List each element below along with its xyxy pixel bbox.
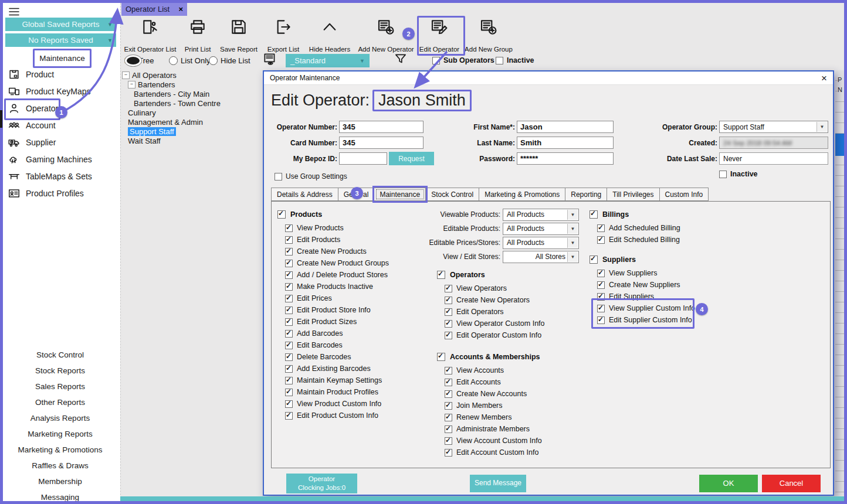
view-operators-checkbox[interactable]: View Operators [445, 282, 545, 294]
sidebar-item-product[interactable]: Product [0, 66, 120, 83]
inactive-checkbox[interactable]: Inactive [496, 56, 534, 64]
tree-item-bartenders-city-main[interactable]: Bartenders - City Main [134, 89, 209, 98]
tree-item-culinary[interactable]: Culinary [128, 108, 156, 117]
view-accounts-checkbox[interactable]: View Accounts [445, 365, 542, 376]
tab-marketing-promotions[interactable]: Marketing & Promotions [479, 188, 565, 201]
edit-operators-checkbox[interactable]: Edit Operators [445, 306, 545, 318]
tree-item-bartenders[interactable]: −Bartenders [128, 80, 175, 89]
radio-full-tree[interactable]: Full Tree [124, 56, 154, 65]
view-suppliers-checkbox[interactable]: View Suppliers [597, 267, 695, 279]
viewable-products-select[interactable]: All Products▼ [503, 209, 579, 221]
view-product-custom-info-checkbox[interactable]: View Product Custom Info [285, 398, 389, 410]
billings-group-checkbox[interactable]: Billings [589, 208, 680, 221]
administrate-members-checkbox[interactable]: Administrate Members [445, 423, 542, 435]
password-field[interactable] [517, 152, 614, 165]
create-new-operators-checkbox[interactable]: Create New Operators [445, 294, 545, 306]
global-saved-reports-dropdown[interactable]: Global Saved Reports ▼ [5, 18, 116, 31]
radio-hide-list[interactable]: Hide List [209, 56, 250, 65]
create-new-products-checkbox[interactable]: Create New Products [285, 246, 389, 257]
request-button[interactable]: Request [389, 152, 434, 165]
add-delete-product-stores-checkbox[interactable]: Add / Delete Product Stores [285, 269, 389, 281]
hide-headers-button[interactable]: Hide Headers [305, 18, 354, 53]
edit-products-checkbox[interactable]: Edit Products [285, 234, 389, 246]
create-new-accounts-checkbox[interactable]: Create New Accounts [445, 388, 542, 400]
sidebar-item-supplier[interactable]: Supplier [0, 134, 120, 151]
operator-clocking-jobs-button[interactable]: Operator Clocking Jobs:0 [286, 474, 357, 493]
make-products-inactive-checkbox[interactable]: Make Products Inactive [285, 281, 389, 292]
sidebar-item-messaging[interactable]: Messaging [0, 489, 120, 504]
add-existing-barcodes-checkbox[interactable]: Add Existing Barcodes [285, 363, 389, 374]
tree-item-management-admin[interactable]: Management & Admin [128, 117, 203, 127]
tab-till-privileges[interactable]: Till Privileges [607, 188, 659, 201]
edit-product-store-info-checkbox[interactable]: Edit Product Store Info [285, 304, 389, 316]
delete-barcodes-checkbox[interactable]: Delete Barcodes [285, 351, 389, 363]
view-operator-custom-info-checkbox[interactable]: View Operator Custom Info [445, 318, 545, 329]
exit-operator-list-button[interactable]: Exit Operator List [123, 18, 177, 53]
sidebar-item-raffles-draws[interactable]: Raffles & Draws [0, 458, 120, 474]
no-reports-saved-dropdown[interactable]: No Reports Saved ▼ [5, 33, 116, 47]
edit-operator-custom-info-checkbox[interactable]: Edit Operator Custom Info [445, 329, 545, 341]
products-group-checkbox[interactable]: Products [277, 208, 389, 221]
export-list-button[interactable]: Export List [263, 18, 304, 53]
tab-maintenance[interactable]: Maintenance [374, 188, 426, 201]
edit-accounts-checkbox[interactable]: Edit Accounts [445, 376, 542, 388]
view-supplier-custom-info-checkbox[interactable]: View Supplier Custom Info [597, 302, 695, 314]
tab-stock-control[interactable]: Stock Control [426, 188, 479, 201]
join-members-checkbox[interactable]: Join Members [445, 400, 542, 411]
first-name-field[interactable] [517, 121, 614, 133]
view-products-checkbox[interactable]: View Products [285, 222, 389, 234]
inactive-checkbox[interactable]: Inactive [719, 170, 758, 178]
tree-item-bartenders-town-centre[interactable]: Bartenders - Town Centre [134, 98, 221, 108]
edit-scheduled-billing-checkbox[interactable]: Edit Scheduled Billing [597, 234, 680, 246]
sidebar-item-membership[interactable]: Membership [0, 474, 120, 489]
sidebar-item-stock-control[interactable]: Stock Control [0, 347, 120, 363]
sidebar-item-marketing-reports[interactable]: Marketing Reports [0, 426, 120, 442]
tree-item-wait-staff[interactable]: Wait Staff [128, 136, 161, 145]
tree-item-support-staff[interactable]: Support Staff [128, 127, 176, 136]
edit-prices-checkbox[interactable]: Edit Prices [285, 292, 389, 304]
tab-reporting[interactable]: Reporting [565, 188, 607, 201]
view-edit-stores-select[interactable]: All Stores▼ [503, 251, 579, 263]
filter-funnel-icon[interactable] [393, 52, 408, 67]
maintain-product-profiles-checkbox[interactable]: Maintain Product Profiles [285, 386, 389, 398]
sidebar-item-tablemaps-sets[interactable]: TableMaps & Sets [0, 168, 120, 185]
suppliers-group-checkbox[interactable]: Suppliers [589, 253, 695, 266]
sidebar-item-marketing-promotions[interactable]: Marketing & Promotions [0, 442, 120, 458]
sidebar-item-analysis-reports[interactable]: Analysis Reports [0, 410, 120, 426]
tree-item-all-operators[interactable]: −All Operators [122, 70, 177, 80]
list-style-dropdown[interactable]: _Standard ▼ [286, 54, 370, 67]
accounts-memberships-group-checkbox[interactable]: Accounts & Memberships [437, 350, 542, 363]
add-new-group-button[interactable]: Add New Group [463, 18, 514, 53]
sidebar-item-gaming-machines[interactable]: Gaming Machines [0, 151, 120, 168]
save-report-button[interactable]: Save Report [217, 18, 260, 53]
sub-operators-checkbox[interactable]: Sub Operators [432, 56, 494, 64]
edit-product-sizes-checkbox[interactable]: Edit Product Sizes [285, 316, 389, 328]
cancel-button[interactable]: Cancel [762, 475, 821, 492]
operators-group-checkbox[interactable]: Operators [437, 268, 545, 281]
sidebar-item-product-keymaps[interactable]: Product KeyMaps [0, 83, 120, 100]
radio-list-only[interactable]: List Only [169, 56, 211, 65]
last-name-field[interactable] [517, 137, 614, 149]
dialog-close-icon[interactable]: × [821, 73, 827, 83]
add-scheduled-billing-checkbox[interactable]: Add Scheduled Billing [597, 222, 680, 234]
send-message-button[interactable]: Send Message [470, 475, 526, 492]
create-new-product-groups-checkbox[interactable]: Create New Product Groups [285, 257, 389, 269]
edit-barcodes-checkbox[interactable]: Edit Barcodes [285, 339, 389, 351]
sidebar-item-sales-reports[interactable]: Sales Reports [0, 379, 120, 394]
tab-operator-list[interactable]: Operator List × [121, 2, 187, 16]
close-tab-icon[interactable]: × [178, 5, 183, 13]
edit-supplier-custom-info-checkbox[interactable]: Edit Supplier Custom Info [597, 314, 695, 326]
editable-products-select[interactable]: All Products▼ [503, 223, 579, 235]
view-list-icon[interactable] [262, 52, 277, 67]
edit-product-custom-info-checkbox[interactable]: Edit Product Custom Info [285, 410, 389, 421]
editable-prices-stores-select[interactable]: All Products▼ [503, 237, 579, 249]
ok-button[interactable]: OK [699, 475, 758, 492]
operator-group-select[interactable]: Support Staff ▼ [719, 121, 828, 133]
tab-details-address[interactable]: Details & Address [271, 188, 338, 201]
menu-icon[interactable] [7, 5, 21, 19]
add-barcodes-checkbox[interactable]: Add Barcodes [285, 328, 389, 339]
create-new-suppliers-checkbox[interactable]: Create New Suppliers [597, 279, 695, 291]
sidebar-item-product-profiles[interactable]: Product Profiles [0, 185, 120, 202]
sidebar-item-account[interactable]: Account [0, 117, 120, 134]
edit-operator-button[interactable]: Edit Operator [418, 18, 460, 53]
